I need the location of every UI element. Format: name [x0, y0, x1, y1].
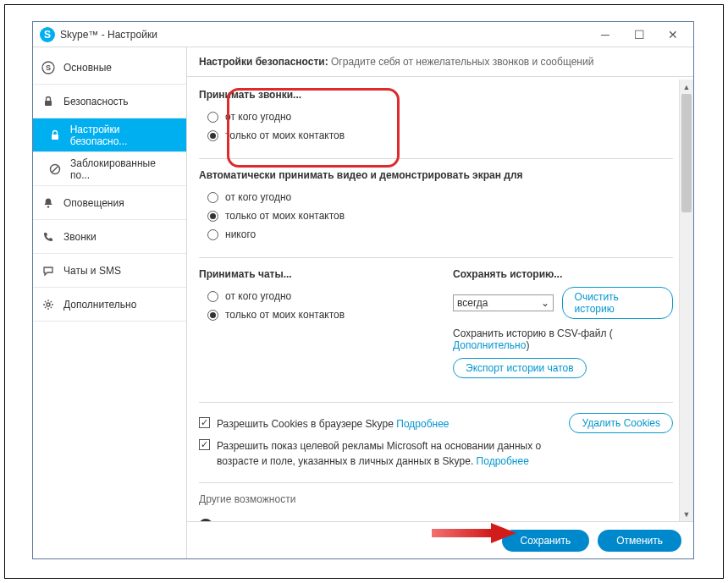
cookies-checkbox-row: Разрешить Cookies в браузере Skype Подро…: [199, 413, 552, 435]
separator: [199, 158, 673, 159]
radio-icon: [207, 192, 218, 203]
sidebar-item-label: Основные: [63, 62, 112, 74]
svg-point-7: [47, 303, 50, 306]
history-title: Сохранять историю...: [453, 268, 673, 280]
sidebar-item-label: Заблокированные по...: [70, 157, 178, 181]
sidebar-item-blocked[interactable]: Заблокированные по...: [33, 152, 186, 186]
chats-contacts-radio[interactable]: только от моих контактов: [199, 305, 419, 324]
calls-title: Принимать звонки...: [199, 89, 673, 101]
sidebar-item-label: Чаты и SMS: [63, 265, 121, 277]
chats-title: Принимать чаты...: [199, 268, 419, 280]
privacy-info-link[interactable]: Дополнительная информация об информацион…: [219, 519, 673, 521]
video-none-radio[interactable]: никого: [199, 225, 673, 244]
video-anyone-radio[interactable]: от кого угодно: [199, 188, 673, 206]
sidebar-item-advanced[interactable]: Дополнительно: [33, 288, 186, 322]
chevron-down-icon: ⌄: [541, 297, 549, 309]
chats-anyone-radio[interactable]: от кого угодно: [199, 287, 419, 305]
minimize-button[interactable]: ─: [588, 23, 622, 47]
svg-rect-2: [45, 101, 52, 106]
maximize-button[interactable]: ☐: [622, 23, 656, 47]
chat-icon: [41, 264, 55, 278]
csv-advanced-link[interactable]: Дополнительно: [453, 339, 526, 351]
sidebar-item-label: Безопасность: [63, 96, 129, 107]
history-group: Сохранять историю... всегда⌄ Очистить ис…: [453, 268, 673, 378]
ads-more-link[interactable]: Подробнее: [477, 455, 529, 467]
sidebar-item-security-settings[interactable]: Настройки безопасно...: [33, 118, 186, 152]
phone-icon: [41, 230, 55, 244]
sidebar-item-calls[interactable]: Звонки: [33, 220, 186, 254]
other-title: Другие возможности: [199, 493, 673, 505]
scroll-thumb[interactable]: [681, 94, 692, 212]
svg-text:S: S: [46, 63, 51, 72]
svg-point-6: [47, 206, 49, 207]
separator: [199, 257, 673, 258]
ads-checkbox-row: Разрешить показ целевой рекламы Microsof…: [199, 435, 552, 472]
ads-checkbox[interactable]: [199, 439, 210, 450]
titlebar: S Skype™ - Настройки ─ ☐ ✕: [33, 22, 693, 47]
video-title: Автоматически принимать видео и демонстр…: [199, 169, 673, 181]
svg-rect-3: [52, 135, 58, 140]
separator: [199, 402, 673, 403]
blocked-icon: [48, 162, 62, 176]
export-history-button[interactable]: Экспорт истории чатов: [453, 358, 587, 378]
video-contacts-radio[interactable]: только от моих контактов: [199, 206, 673, 225]
gear-icon: [41, 298, 55, 311]
lock-icon: [41, 95, 55, 108]
cookies-checkbox[interactable]: [199, 417, 210, 428]
calls-contacts-radio[interactable]: только от моих контактов: [199, 126, 673, 145]
calls-group: Принимать звонки... от кого угодно тольк…: [199, 89, 673, 145]
scrollbar[interactable]: ▲ ▼: [679, 80, 693, 521]
lock-icon: [48, 129, 62, 142]
info-icon: i: [199, 519, 212, 521]
sidebar-item-chats[interactable]: Чаты и SMS: [33, 254, 186, 288]
window-title: Skype™ - Настройки: [60, 29, 588, 41]
history-select[interactable]: всегда⌄: [453, 294, 554, 311]
cookies-more-link[interactable]: Подробнее: [396, 418, 449, 430]
bell-icon: [41, 196, 55, 210]
radio-icon: [207, 229, 218, 240]
csv-line: Сохранить историю в CSV-файл ( Дополните…: [453, 327, 673, 351]
radio-icon: [207, 310, 218, 321]
delete-cookies-button[interactable]: Удалить Cookies: [569, 413, 673, 433]
content-header: Настройки безопасности: Оградите себя от…: [187, 47, 693, 77]
settings-panel: Принимать звонки... от кого угодно тольк…: [187, 77, 693, 521]
scroll-down-icon[interactable]: ▼: [680, 507, 693, 521]
radio-icon: [207, 211, 218, 222]
sidebar-item-label: Оповещения: [63, 197, 124, 209]
sidebar-item-general[interactable]: S Основные: [33, 51, 186, 85]
cancel-button[interactable]: Отменить: [598, 530, 681, 552]
sidebar-item-notifications[interactable]: Оповещения: [33, 186, 186, 220]
sidebar-item-label: Настройки безопасно...: [70, 124, 178, 147]
skype-icon: S: [41, 61, 55, 74]
radio-icon: [207, 291, 218, 302]
video-group: Автоматически принимать видео и демонстр…: [199, 169, 673, 244]
radio-icon: [207, 112, 218, 123]
sidebar-item-label: Звонки: [63, 231, 97, 243]
skype-logo-icon: S: [40, 27, 55, 42]
clear-history-button[interactable]: Очистить историю: [562, 287, 673, 319]
footer: Сохранить Отменить: [187, 521, 693, 558]
scroll-up-icon[interactable]: ▲: [680, 80, 693, 94]
sidebar-item-label: Дополнительно: [63, 299, 136, 311]
close-button[interactable]: ✕: [656, 23, 690, 47]
sidebar-item-security[interactable]: Безопасность: [33, 85, 186, 118]
save-button[interactable]: Сохранить: [502, 530, 590, 552]
separator: [199, 482, 673, 483]
chats-group: Принимать чаты... от кого угодно только …: [199, 268, 419, 378]
settings-window: S Skype™ - Настройки ─ ☐ ✕ S Основные Бе…: [32, 21, 694, 559]
svg-line-5: [52, 166, 58, 172]
calls-anyone-radio[interactable]: от кого угодно: [199, 107, 673, 126]
radio-icon: [207, 130, 218, 141]
sidebar: S Основные Безопасность Настройки безопа…: [33, 47, 187, 558]
